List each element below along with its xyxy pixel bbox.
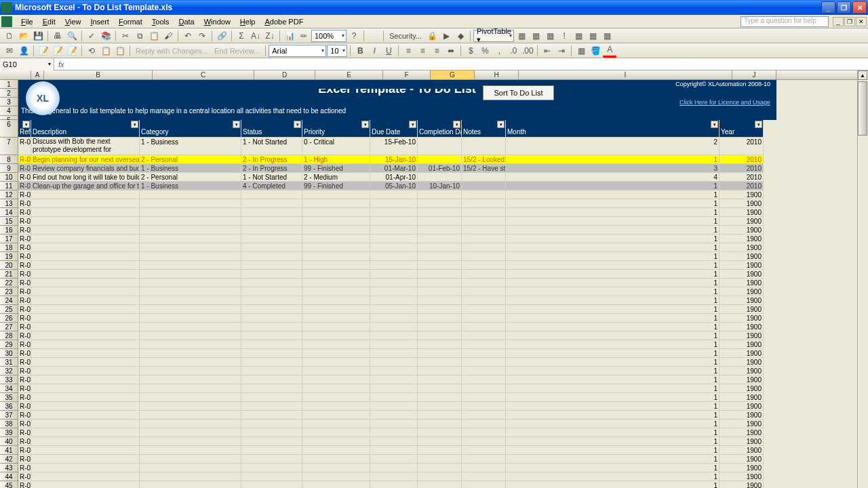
cell-r9-c2[interactable]: 1 - Business bbox=[140, 164, 241, 173]
cell-r41-c6[interactable] bbox=[418, 446, 462, 455]
cell-r7-c6[interactable] bbox=[418, 138, 462, 155]
increase-indent-button[interactable]: ⇥ bbox=[555, 44, 568, 58]
cell-r30-c5[interactable] bbox=[370, 349, 418, 358]
cell-r42-c0[interactable]: R-0036 bbox=[18, 455, 31, 464]
menu-format[interactable]: Format bbox=[114, 16, 147, 27]
cell-r36-c4[interactable] bbox=[302, 402, 370, 411]
cell-r24-c6[interactable] bbox=[418, 296, 462, 305]
underline-button[interactable]: U bbox=[382, 44, 395, 58]
cell-r23-c7[interactable] bbox=[462, 287, 506, 296]
cell-r26-c0[interactable]: R-0020 bbox=[18, 314, 31, 323]
row-header-44[interactable]: 44 bbox=[0, 472, 18, 481]
cell-r38-c8[interactable]: 1 bbox=[506, 420, 719, 428]
send-button[interactable]: ✉ bbox=[3, 44, 16, 58]
security-icon[interactable]: 🔒 bbox=[425, 29, 439, 43]
cell-r31-c2[interactable] bbox=[140, 358, 241, 367]
cell-r32-c8[interactable]: 1 bbox=[506, 367, 719, 375]
cell-r25-c0[interactable]: R-0019 bbox=[18, 305, 31, 314]
cell-r43-c0[interactable]: R-0037 bbox=[18, 464, 31, 472]
cell-r20-c7[interactable] bbox=[462, 261, 506, 270]
pivot-btn3[interactable]: ▦ bbox=[543, 29, 557, 43]
col-header-E[interactable]: E bbox=[315, 70, 383, 79]
cell-r20-c9[interactable]: 1900 bbox=[719, 261, 764, 270]
cell-r42-c2[interactable] bbox=[140, 455, 241, 464]
cell-r33-c4[interactable] bbox=[302, 375, 370, 384]
header-month[interactable]: Month▾ bbox=[506, 120, 719, 138]
cell-r45-c4[interactable] bbox=[302, 481, 370, 488]
row-header-42[interactable]: 42 bbox=[0, 455, 18, 464]
cell-r10-c8[interactable]: 4 bbox=[506, 173, 719, 182]
cell-r10-c9[interactable]: 2010 bbox=[719, 173, 764, 182]
cell-r34-c7[interactable] bbox=[462, 384, 506, 393]
row-header-7[interactable]: 7 bbox=[0, 138, 18, 155]
cell-r9-c6[interactable]: 01-Feb-10 bbox=[418, 164, 462, 173]
review-btn5[interactable]: 📋 bbox=[99, 44, 113, 58]
review-btn1[interactable]: 📝 bbox=[37, 44, 50, 58]
cell-r19-c6[interactable] bbox=[418, 252, 462, 261]
cell-r16-c6[interactable] bbox=[418, 226, 462, 235]
cell-r8-c3[interactable]: 2 - In Progress bbox=[241, 155, 302, 164]
cell-r10-c5[interactable]: 01-Apr-10 bbox=[370, 173, 418, 182]
cell-r44-c7[interactable] bbox=[462, 472, 506, 481]
cell-r39-c0[interactable]: R-0033 bbox=[18, 428, 31, 437]
cell-r32-c1[interactable] bbox=[31, 367, 140, 375]
cell-r35-c7[interactable] bbox=[462, 393, 506, 402]
cell-r22-c7[interactable] bbox=[462, 279, 506, 287]
end-review-button[interactable]: End Review... bbox=[212, 47, 262, 55]
cell-r25-c1[interactable] bbox=[31, 305, 140, 314]
row-header-21[interactable]: 21 bbox=[0, 270, 18, 279]
cell-r41-c7[interactable] bbox=[462, 446, 506, 455]
cell-r17-c0[interactable]: R-0011 bbox=[18, 235, 31, 243]
cell-r29-c3[interactable] bbox=[241, 340, 302, 349]
cell-r20-c4[interactable] bbox=[302, 261, 370, 270]
cell-r9-c5[interactable]: 01-Mar-10 bbox=[370, 164, 418, 173]
cell-r17-c4[interactable] bbox=[302, 235, 370, 243]
align-right-button[interactable]: ≡ bbox=[430, 44, 443, 58]
col-header-B[interactable]: B bbox=[44, 70, 153, 79]
cell-r40-c4[interactable] bbox=[302, 437, 370, 446]
row-header-2[interactable]: 2 bbox=[0, 89, 18, 98]
cell-r44-c0[interactable]: R-0038 bbox=[18, 472, 31, 481]
row-header-31[interactable]: 31 bbox=[0, 358, 18, 367]
cell-r25-c6[interactable] bbox=[418, 305, 462, 314]
cell-r36-c1[interactable] bbox=[31, 402, 140, 411]
cell-r27-c2[interactable] bbox=[140, 323, 241, 331]
scroll-up-button[interactable]: ▲ bbox=[858, 70, 867, 80]
header-ref[interactable]: Ref #▾ bbox=[18, 120, 31, 138]
cell-r38-c6[interactable] bbox=[418, 420, 462, 428]
cell-r37-c5[interactable] bbox=[370, 411, 418, 420]
cell-r45-c7[interactable] bbox=[462, 481, 506, 488]
cut-button[interactable]: ✂ bbox=[119, 29, 132, 43]
cell-r37-c0[interactable]: R-0031 bbox=[18, 411, 31, 420]
cell-r28-c4[interactable] bbox=[302, 331, 370, 340]
row-header-41[interactable]: 41 bbox=[0, 446, 18, 455]
header-category[interactable]: Category▾ bbox=[140, 120, 241, 138]
cell-r38-c1[interactable] bbox=[31, 420, 140, 428]
cell-r37-c4[interactable] bbox=[302, 411, 370, 420]
cell-r30-c7[interactable] bbox=[462, 349, 506, 358]
cell-r24-c0[interactable]: R-0018 bbox=[18, 296, 31, 305]
cell-r40-c0[interactable]: R-0034 bbox=[18, 437, 31, 446]
cell-r12-c9[interactable]: 1900 bbox=[719, 190, 764, 199]
cell-r14-c6[interactable] bbox=[418, 208, 462, 217]
cell-r38-c2[interactable] bbox=[140, 420, 241, 428]
cell-r42-c6[interactable] bbox=[418, 455, 462, 464]
row-header-25[interactable]: 25 bbox=[0, 305, 18, 314]
cell-r36-c3[interactable] bbox=[241, 402, 302, 411]
cell-r19-c4[interactable] bbox=[302, 252, 370, 261]
cell-r19-c9[interactable]: 1900 bbox=[719, 252, 764, 261]
cell-r43-c5[interactable] bbox=[370, 464, 418, 472]
cell-r24-c3[interactable] bbox=[241, 296, 302, 305]
mdi-minimize-button[interactable]: _ bbox=[833, 17, 844, 26]
pivot-btn4[interactable]: ! bbox=[557, 29, 571, 43]
cell-r31-c3[interactable] bbox=[241, 358, 302, 367]
cell-r16-c0[interactable]: R-0010 bbox=[18, 226, 31, 235]
col-header-A[interactable]: A bbox=[31, 70, 44, 79]
cell-r37-c1[interactable] bbox=[31, 411, 140, 420]
cell-r22-c1[interactable] bbox=[31, 279, 140, 287]
sort-desc-button[interactable]: Z↓ bbox=[263, 29, 277, 43]
cell-r18-c0[interactable]: R-0012 bbox=[18, 243, 31, 252]
cell-r11-c8[interactable]: 1 bbox=[506, 182, 719, 190]
cell-r7-c5[interactable]: 15-Feb-10 bbox=[370, 138, 418, 155]
col-header-D[interactable]: D bbox=[254, 70, 315, 79]
